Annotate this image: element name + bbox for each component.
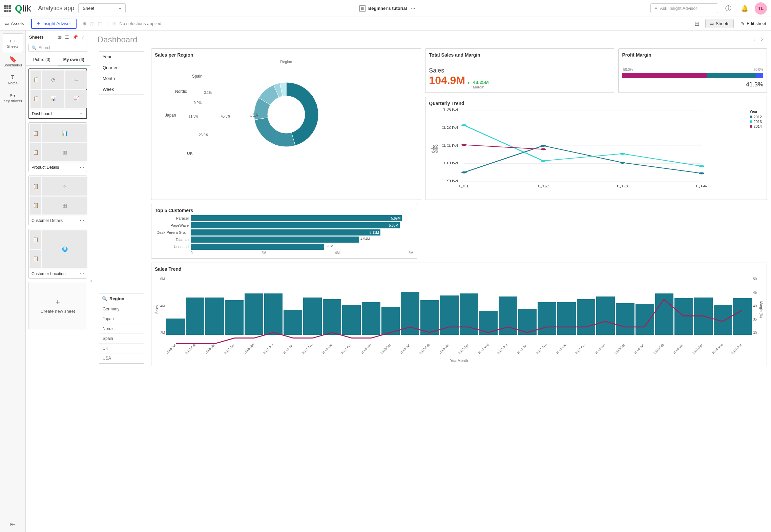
- region-uk[interactable]: UK: [99, 344, 144, 353]
- tab-my-own[interactable]: My own (4): [58, 55, 90, 65]
- breadcrumb-menu-icon[interactable]: ⋯: [410, 4, 417, 12]
- grid-view-toggle-icon[interactable]: ▦: [56, 33, 63, 41]
- rail-bookmarks[interactable]: 🔖 Bookmarks: [3, 52, 23, 70]
- left-rail: ▭ Sheets 🔖 Bookmarks 🗓 Notes 🗝 Key drive…: [0, 30, 26, 532]
- region-germany[interactable]: Germany: [99, 304, 144, 314]
- insight-advisor-button[interactable]: ✦ Insight Advisor: [31, 19, 77, 29]
- filter-quarter[interactable]: Quarter: [99, 62, 144, 73]
- pin-icon[interactable]: 📌: [71, 33, 79, 41]
- gauge-bar: [622, 73, 763, 78]
- search-icon: 🔍: [32, 45, 37, 50]
- svg-text:13M: 13M: [442, 108, 459, 112]
- sheet-dropdown[interactable]: Sheet: [78, 3, 126, 13]
- svg-text:Q3: Q3: [617, 184, 628, 188]
- svg-text:Q4: Q4: [696, 184, 708, 188]
- avatar[interactable]: TL: [755, 2, 767, 15]
- rail-sheets[interactable]: ▭ Sheets: [3, 33, 23, 52]
- sheet-thumb-product-details[interactable]: 📋📊📋▦Product Details⋯: [28, 122, 87, 172]
- filter-year[interactable]: Year: [99, 52, 144, 62]
- svg-point-22: [461, 144, 467, 146]
- region-japan[interactable]: Japan: [99, 314, 144, 324]
- pencil-icon: ✎: [741, 21, 745, 26]
- svg-point-19: [541, 160, 546, 162]
- grid-view-icon[interactable]: ⊞: [691, 18, 703, 30]
- time-filter-list: YearQuarterMonthWeek: [99, 51, 144, 95]
- bar-paracel[interactable]: Paracel5.69M: [155, 215, 413, 221]
- menu-icon[interactable]: ⋯: [80, 271, 84, 276]
- svg-text:10M: 10M: [442, 161, 459, 165]
- notifications-icon[interactable]: 🔔: [738, 2, 751, 15]
- menu-icon[interactable]: ⋯: [80, 111, 84, 116]
- menu-icon[interactable]: ⋯: [80, 165, 84, 170]
- smart-search-icon[interactable]: ⁜: [83, 21, 87, 26]
- sheets-panel-title: Sheets: [29, 35, 54, 40]
- selection-forward-icon[interactable]: ◫: [98, 21, 102, 26]
- help-icon[interactable]: ⓘ: [722, 2, 734, 15]
- insight-search-input[interactable]: ✦ Ask Insight Advisor: [650, 3, 718, 13]
- qlik-logo[interactable]: Qlik: [15, 3, 31, 14]
- sheets-search-input[interactable]: 🔍 Search: [28, 44, 87, 52]
- card-sales-trend[interactable]: Sales Trend 6M4M2M 5045403530 Sales Marg…: [151, 263, 767, 366]
- collapse-rail-icon[interactable]: ⇤: [6, 516, 19, 532]
- rail-notes[interactable]: 🗓 Notes: [3, 70, 23, 88]
- region-nordic[interactable]: Nordic: [99, 324, 144, 334]
- region-spain[interactable]: Spain: [99, 334, 144, 344]
- svg-point-17: [699, 172, 704, 174]
- svg-point-18: [461, 124, 467, 126]
- list-view-toggle-icon[interactable]: ☰: [64, 33, 70, 41]
- region-usa[interactable]: USA: [99, 353, 144, 363]
- sheets-button[interactable]: ▭ Sheets: [705, 19, 734, 28]
- tab-public[interactable]: Public (0): [26, 55, 58, 65]
- bar-userland[interactable]: Userland3.6M: [155, 244, 413, 250]
- sheet-thumb-customer-location[interactable]: 📋🌐📋Customer Location⋯: [28, 229, 87, 279]
- bar-deak-perera gro…[interactable]: Deak-Perera Gro…5.11M: [155, 229, 413, 236]
- filter-month[interactable]: Month: [99, 73, 144, 84]
- svg-text:11M: 11M: [442, 144, 459, 147]
- svg-point-20: [620, 153, 625, 155]
- sheets-icon: ▭: [710, 21, 714, 26]
- svg-text:Q1: Q1: [458, 184, 470, 188]
- svg-point-15: [541, 145, 546, 147]
- expand-icon[interactable]: ⤢: [80, 33, 86, 41]
- sheet-thumb-dashboard[interactable]: 📋◔#1📋📊📈Dashboard⋯: [28, 68, 87, 119]
- selection-back-icon[interactable]: ◫: [90, 21, 95, 26]
- filter-week[interactable]: Week: [99, 84, 144, 95]
- filter-column: YearQuarterMonthWeek 🔍Region GermanyJapa…: [96, 48, 147, 366]
- svg-point-16: [620, 162, 625, 164]
- breadcrumb-title[interactable]: Beginner's tutorial: [368, 6, 407, 11]
- svg-text:Q2: Q2: [538, 184, 549, 188]
- card-quarterly-trend[interactable]: Quarterly Trend 9M10M11M12M13MQ1Q2Q3Q4Sa…: [425, 97, 767, 200]
- breadcrumb-icon: ▦: [359, 5, 366, 12]
- dashboard-area: Dashboard ‹ › YearQuarterMonthWeek 🔍Regi…: [92, 30, 771, 532]
- card-profit-margin[interactable]: Profit Margin -50.0%50.0% 41.3%: [618, 48, 767, 93]
- svg-point-23: [541, 148, 546, 150]
- bookmark-icon: 🔖: [3, 56, 23, 63]
- svg-point-14: [461, 171, 467, 173]
- card-top5-customers[interactable]: Top 5 Customers Paracel5.69MPageWave5.63…: [151, 204, 417, 259]
- card-sales-per-region[interactable]: Sales per Region Region USAUKJapanNordic…: [151, 48, 421, 200]
- prev-sheet-icon[interactable]: ‹: [751, 34, 758, 45]
- sheet-thumb-customer-details[interactable]: 📋⁘📋▦Customer Details⋯: [28, 176, 87, 225]
- breadcrumb: ▦ Beginner's tutorial ⋯: [130, 4, 646, 12]
- kpi-value: 104.9M: [429, 74, 465, 87]
- menu-icon[interactable]: ⋯: [80, 218, 84, 223]
- bar-talarian[interactable]: Talarian4.54M: [155, 237, 413, 243]
- next-sheet-icon[interactable]: ›: [758, 34, 766, 45]
- notes-icon: 🗓: [3, 74, 23, 81]
- topbar: Qlik Analytics app Sheet ▦ Beginner's tu…: [0, 0, 771, 17]
- kpi-indicator-icon: ▸: [468, 80, 470, 85]
- sparkle-icon: ✦: [654, 6, 658, 11]
- create-new-sheet[interactable]: +Create new sheet: [28, 282, 87, 329]
- rail-keydrivers[interactable]: 🗝 Key drivers: [3, 88, 23, 106]
- app-launcher-icon[interactable]: [4, 5, 11, 12]
- card-kpi[interactable]: Total Sales and Margin Sales 104.9M ▸ 43…: [425, 48, 614, 93]
- edit-sheet-button[interactable]: ✎ Edit sheet: [736, 21, 771, 26]
- svg-point-21: [699, 165, 704, 167]
- bar-pagewave[interactable]: PageWave5.63M: [155, 222, 413, 228]
- assets-icon: ▭: [5, 21, 9, 26]
- svg-text:Sales: Sales: [430, 144, 440, 153]
- assets-button[interactable]: ▭ Assets: [0, 17, 29, 30]
- clear-selections-icon[interactable]: ⊘: [112, 21, 116, 26]
- app-name: Analytics app: [38, 5, 74, 12]
- plus-icon: +: [56, 298, 60, 307]
